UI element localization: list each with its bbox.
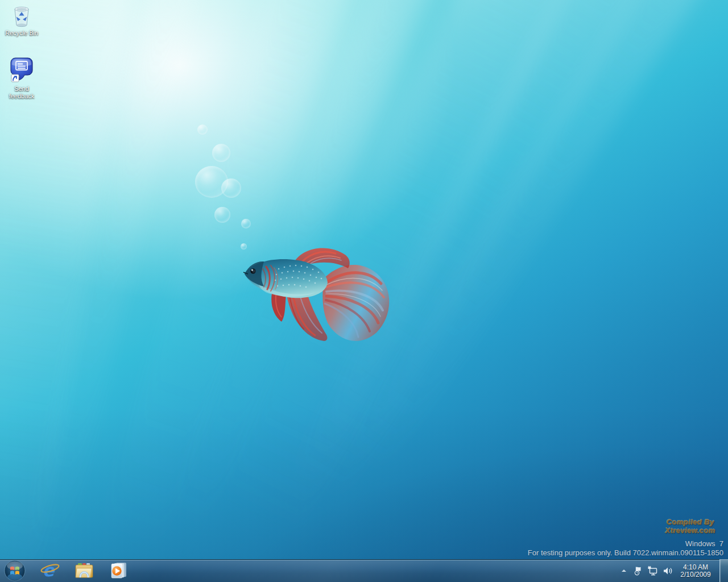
icon-label: Send feedback [5, 85, 38, 100]
taskbar-item-windows-media-player[interactable] [107, 559, 130, 582]
internet-explorer-icon: e [40, 561, 60, 580]
start-button[interactable] [3, 559, 26, 582]
desktop: Recycle Bin Send feedback Compiled By [0, 0, 728, 582]
desktop-icon-send-feedback[interactable]: Send feedback [0, 56, 43, 100]
bubble [214, 207, 230, 223]
taskbar-item-windows-explorer[interactable] [73, 559, 96, 582]
desktop-icon-recycle-bin[interactable]: Recycle Bin [0, 2, 43, 37]
action-center-flag-button[interactable] [631, 559, 646, 582]
taskbar: e [0, 559, 728, 582]
flag-clock-icon [633, 566, 644, 576]
compiler-watermark: Compiled By Xtreview.com [665, 518, 715, 535]
recycle-bin-icon [9, 2, 34, 28]
taskbar-clock[interactable]: 4:10 AM 2/10/2009 [675, 563, 716, 579]
show-desktop-button[interactable] [719, 559, 728, 582]
folder-explorer-icon [74, 562, 94, 580]
system-tray: 4:10 AM 2/10/2009 [617, 559, 728, 582]
betta-fish-image [241, 243, 391, 352]
windows-version-text: Windows 7 [528, 539, 723, 548]
bubble [195, 166, 228, 198]
bubble [212, 144, 230, 162]
taskbar-item-internet-explorer[interactable]: e [39, 559, 61, 582]
shortcut-arrow-overlay [11, 74, 19, 82]
icon-label: Recycle Bin [0, 30, 43, 37]
volume-button[interactable] [660, 559, 675, 582]
show-hidden-icons-button[interactable] [617, 559, 631, 582]
clock-date: 2/10/2009 [675, 571, 716, 579]
bubble [197, 124, 208, 135]
bubble [221, 178, 241, 198]
bubble [241, 219, 251, 228]
speaker-icon [662, 566, 673, 576]
clock-time: 4:10 AM [675, 564, 716, 571]
windows-orb-icon [4, 560, 26, 581]
media-player-icon [108, 561, 129, 580]
build-string-text: For testing purposes only. Build 7022.wi… [528, 548, 723, 557]
build-watermark: Windows 7 For testing purposes only. Bui… [528, 539, 723, 557]
network-status-button[interactable] [646, 559, 660, 582]
network-icon [647, 566, 659, 576]
watermark-line2: Xtreview.com [665, 526, 715, 535]
send-feedback-icon [7, 56, 36, 84]
chevron-up-icon [620, 567, 628, 574]
watermark-line1: Compiled By [665, 518, 715, 526]
